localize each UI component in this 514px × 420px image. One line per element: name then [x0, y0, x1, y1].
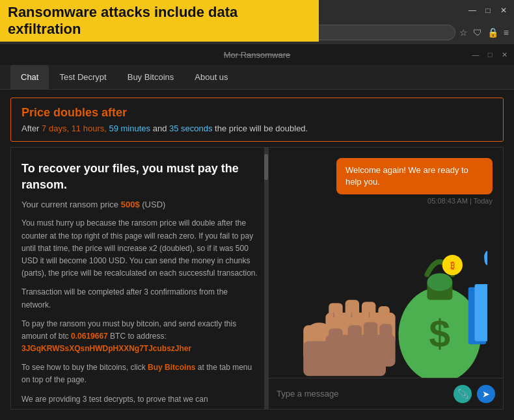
price-hours: 11 hours, [72, 124, 107, 133]
send-button[interactable]: ➤ [477, 385, 495, 403]
app-title: Mor Ransomware [224, 50, 291, 60]
shield-icon[interactable]: 🛡 [473, 27, 482, 38]
app-window-controls: — □ ✕ [471, 50, 509, 59]
right-panel: Welcome again! We are ready to help you.… [269, 148, 503, 409]
ransom-body3: To pay the ransom you must buy bitcoin, … [21, 318, 258, 356]
browser-window: — □ ✕ ··· hxxp://ransomware-c2-tor.onion… [0, 0, 514, 420]
btc-suffix: BTC to address: [108, 332, 167, 341]
app-window: Mor Ransomware — □ ✕ Chat Test Decrypt B… [0, 44, 514, 420]
svg-text:$: $ [429, 313, 451, 356]
svg-text:₿: ₿ [450, 261, 455, 271]
paperclip-icon: 📎 [457, 389, 468, 399]
tab-buy-bitcoins[interactable]: Buy Bitcoins [117, 65, 185, 89]
ransom-title: To recover your files, you must pay the … [21, 161, 258, 193]
close-button[interactable]: ✕ [498, 5, 509, 16]
price-banner-desc: After 7 days, 11 hours, 59 minutes and 3… [21, 124, 493, 133]
attachment-button[interactable]: 📎 [453, 385, 472, 403]
price-suffix: the price will be doubled. [215, 124, 308, 133]
price-banner-title: Price doubles after [21, 106, 493, 120]
chat-timestamp-1: 05:08:43 AM | Today [427, 197, 493, 205]
btc-amount: 0.0619667 [71, 332, 108, 341]
chat-messages: Welcome again! We are ready to help you.… [269, 148, 503, 378]
btc-address: 3JGqKRWSsXQsnHWDpHXXNg7TJcubszJher [21, 344, 191, 353]
ransom-price: Your current ransom price 500$ (USD) [21, 200, 258, 209]
lock-icon[interactable]: 🔒 [487, 27, 498, 38]
info-banner: Ransomware attacks include data exfiltra… [0, 0, 319, 42]
price-amount: 500$ [121, 200, 140, 209]
buy-bitcoins-link[interactable]: Buy Bitcoins [148, 363, 195, 372]
star-icon[interactable]: ☆ [459, 27, 468, 38]
svg-point-6 [308, 323, 331, 338]
scroll-bar[interactable] [264, 148, 268, 409]
price-banner: Price doubles after After 7 days, 11 hou… [10, 98, 504, 142]
price-conjunction: and [153, 124, 169, 133]
price-desc-prefix: After [21, 124, 42, 133]
ransom-body1: You must hurry up because the ransom pri… [21, 217, 258, 280]
svg-rect-15 [325, 335, 395, 367]
chat-message-1: Welcome again! We are ready to help you.… [279, 158, 493, 205]
svg-point-20 [427, 274, 452, 291]
svg-rect-22 [475, 284, 488, 341]
tab-about-us[interactable]: About us [184, 65, 238, 89]
price-label: Your current ransom price [21, 200, 121, 209]
nav-tabs: Chat Test Decrypt Buy Bitcoins About us [0, 65, 514, 90]
minimize-button[interactable]: — [467, 5, 478, 16]
browser-overflow-icon[interactable]: ≡ [504, 27, 509, 38]
price-seconds: 35 seconds [169, 124, 213, 133]
scroll-thumb[interactable] [264, 154, 268, 180]
ransom-body4: To see how to buy the bitcoins, click Bu… [21, 361, 258, 386]
app-maximize-icon[interactable]: □ [485, 50, 494, 59]
app-close-icon[interactable]: ✕ [500, 50, 509, 59]
body-area: To recover your files, you must pay the … [10, 147, 504, 410]
ransom-body5: We are providing 3 test decrypts, to pro… [21, 393, 258, 406]
app-title-bar: Mor Ransomware — □ ✕ [0, 44, 514, 65]
ransom-body2: Transaction will be completed after 3 co… [21, 286, 258, 311]
banner-text: Ransomware attacks include data exfiltra… [8, 4, 237, 37]
title-bar-controls: — □ ✕ [467, 5, 509, 16]
maximize-button[interactable]: □ [483, 5, 493, 16]
chat-bubble-welcome: Welcome again! We are ready to help you. [336, 158, 493, 194]
svg-point-16 [307, 341, 327, 356]
bitcoin-illustration: $ [279, 210, 493, 378]
address-bar-icons: ☆ 🛡 🔒 ≡ [459, 27, 509, 38]
chat-input-area: 📎 ➤ [269, 378, 503, 409]
tab-chat[interactable]: Chat [10, 65, 49, 89]
tab-test-decrypt[interactable]: Test Decrypt [49, 65, 116, 89]
body4-prefix: To see how to buy the bitcoins, click [21, 363, 148, 372]
left-panel: To recover your files, you must pay the … [11, 148, 269, 409]
price-minutes: 59 minutes [109, 124, 150, 133]
price-suffix: (USD) [140, 200, 166, 209]
chat-text-input[interactable] [277, 389, 448, 399]
price-days: 7 days, [42, 124, 69, 133]
send-icon: ➤ [482, 389, 490, 399]
app-minimize-icon[interactable]: — [471, 50, 480, 59]
